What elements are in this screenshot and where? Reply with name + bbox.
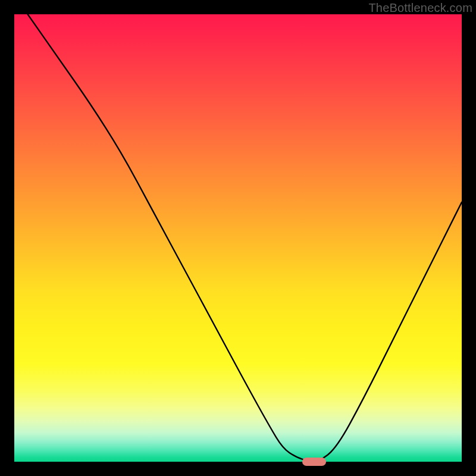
optimum-marker (302, 458, 326, 466)
bottleneck-curve (14, 14, 462, 462)
plot-area (14, 14, 462, 462)
chart-frame: TheBottleneck.com (0, 0, 476, 476)
attribution-label: TheBottleneck.com (368, 1, 472, 15)
